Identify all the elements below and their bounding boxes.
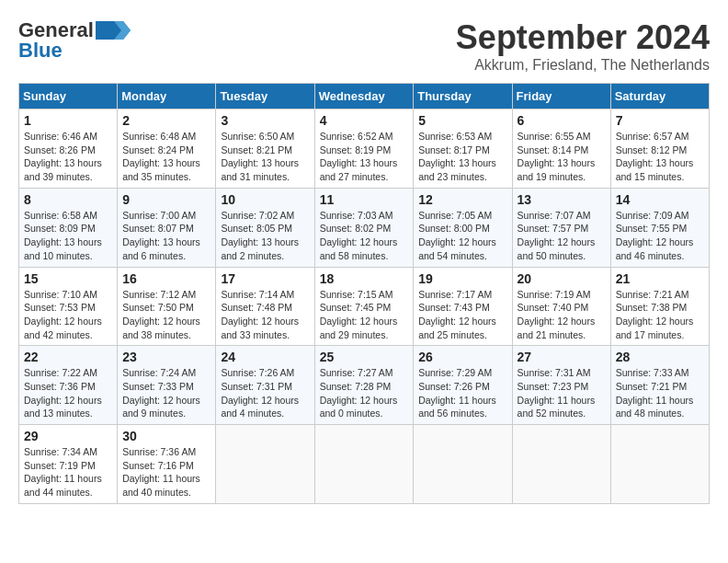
calendar-cell: 18 Sunrise: 7:15 AMSunset: 7:45 PMDaylig… xyxy=(314,267,414,346)
day-number: 21 xyxy=(616,271,704,286)
calendar-cell: 12 Sunrise: 7:05 AMSunset: 8:00 PMDaylig… xyxy=(414,188,512,267)
day-number: 6 xyxy=(518,113,606,128)
day-number: 17 xyxy=(221,271,309,286)
calendar-cell: 26 Sunrise: 7:29 AMSunset: 7:26 PMDaylig… xyxy=(414,346,512,425)
day-info: Sunrise: 6:48 AMSunset: 8:24 PMDaylight:… xyxy=(122,131,200,182)
weekday-header-thursday: Thursday xyxy=(414,84,512,109)
calendar-cell: 23 Sunrise: 7:24 AMSunset: 7:33 PMDaylig… xyxy=(118,346,216,425)
day-number: 1 xyxy=(24,113,112,128)
day-number: 9 xyxy=(122,192,210,207)
calendar-cell xyxy=(512,425,610,504)
day-number: 23 xyxy=(122,350,210,364)
calendar-cell: 15 Sunrise: 7:10 AMSunset: 7:53 PMDaylig… xyxy=(19,267,118,346)
day-info: Sunrise: 7:27 AMSunset: 7:28 PMDaylight:… xyxy=(320,367,398,419)
calendar-cell: 6 Sunrise: 6:55 AMSunset: 8:14 PMDayligh… xyxy=(512,109,610,189)
weekday-header-wednesday: Wednesday xyxy=(314,84,414,109)
day-info: Sunrise: 7:03 AMSunset: 8:02 PMDaylight:… xyxy=(320,210,398,261)
weekday-header-saturday: Saturday xyxy=(610,84,709,109)
day-info: Sunrise: 6:58 AMSunset: 8:09 PMDaylight:… xyxy=(24,210,102,261)
calendar-cell: 1 Sunrise: 6:46 AMSunset: 8:26 PMDayligh… xyxy=(19,109,118,189)
day-number: 19 xyxy=(418,271,506,286)
day-info: Sunrise: 7:12 AMSunset: 7:50 PMDaylight:… xyxy=(122,289,200,340)
weekday-header-monday: Monday xyxy=(118,84,216,109)
calendar-week-row: 15 Sunrise: 7:10 AMSunset: 7:53 PMDaylig… xyxy=(19,267,710,346)
day-info: Sunrise: 7:00 AMSunset: 8:07 PMDaylight:… xyxy=(122,210,200,261)
day-number: 29 xyxy=(24,429,112,443)
day-info: Sunrise: 7:15 AMSunset: 7:45 PMDaylight:… xyxy=(320,289,398,340)
calendar-cell: 25 Sunrise: 7:27 AMSunset: 7:28 PMDaylig… xyxy=(314,346,414,425)
calendar-cell: 30 Sunrise: 7:36 AMSunset: 7:16 PMDaylig… xyxy=(118,425,216,504)
calendar-cell: 13 Sunrise: 7:07 AMSunset: 7:57 PMDaylig… xyxy=(512,188,610,267)
day-info: Sunrise: 7:29 AMSunset: 7:26 PMDaylight:… xyxy=(418,367,496,419)
day-number: 24 xyxy=(221,350,309,364)
weekday-header-friday: Friday xyxy=(512,84,610,109)
day-number: 4 xyxy=(320,113,409,128)
day-number: 22 xyxy=(24,350,112,364)
day-info: Sunrise: 7:36 AMSunset: 7:16 PMDaylight:… xyxy=(122,446,200,498)
location-title: Akkrum, Friesland, The Netherlands xyxy=(456,57,710,74)
day-number: 10 xyxy=(221,192,309,207)
weekday-header-tuesday: Tuesday xyxy=(216,84,314,109)
day-info: Sunrise: 6:57 AMSunset: 8:12 PMDaylight:… xyxy=(616,131,694,182)
day-info: Sunrise: 7:34 AMSunset: 7:19 PMDaylight:… xyxy=(24,446,102,498)
day-info: Sunrise: 7:05 AMSunset: 8:00 PMDaylight:… xyxy=(418,210,496,261)
day-number: 7 xyxy=(616,113,704,128)
day-info: Sunrise: 7:17 AMSunset: 7:43 PMDaylight:… xyxy=(418,289,496,340)
calendar-cell: 28 Sunrise: 7:33 AMSunset: 7:21 PMDaylig… xyxy=(610,346,709,425)
calendar-cell: 10 Sunrise: 7:02 AMSunset: 8:05 PMDaylig… xyxy=(216,188,314,267)
calendar-week-row: 1 Sunrise: 6:46 AMSunset: 8:26 PMDayligh… xyxy=(19,109,710,189)
day-number: 26 xyxy=(418,350,506,364)
day-number: 3 xyxy=(221,113,309,128)
day-info: Sunrise: 7:26 AMSunset: 7:31 PMDaylight:… xyxy=(221,367,299,419)
day-number: 20 xyxy=(518,271,606,286)
calendar-cell: 27 Sunrise: 7:31 AMSunset: 7:23 PMDaylig… xyxy=(512,346,610,425)
day-number: 28 xyxy=(616,350,704,364)
day-number: 2 xyxy=(122,113,210,128)
calendar-cell: 22 Sunrise: 7:22 AMSunset: 7:36 PMDaylig… xyxy=(19,346,118,425)
day-number: 27 xyxy=(518,350,606,364)
logo: General Blue xyxy=(18,18,131,63)
day-number: 11 xyxy=(320,192,409,207)
day-number: 8 xyxy=(24,192,112,207)
day-info: Sunrise: 7:22 AMSunset: 7:36 PMDaylight:… xyxy=(24,367,102,419)
day-number: 5 xyxy=(418,113,506,128)
calendar-cell xyxy=(216,425,314,504)
day-number: 25 xyxy=(320,350,409,364)
day-info: Sunrise: 6:52 AMSunset: 8:19 PMDaylight:… xyxy=(320,131,398,182)
weekday-header-row: SundayMondayTuesdayWednesdayThursdayFrid… xyxy=(19,84,710,109)
calendar-cell: 2 Sunrise: 6:48 AMSunset: 8:24 PMDayligh… xyxy=(118,109,216,189)
calendar-cell: 17 Sunrise: 7:14 AMSunset: 7:48 PMDaylig… xyxy=(216,267,314,346)
day-info: Sunrise: 7:14 AMSunset: 7:48 PMDaylight:… xyxy=(221,289,299,340)
calendar-week-row: 8 Sunrise: 6:58 AMSunset: 8:09 PMDayligh… xyxy=(19,188,710,267)
calendar-cell: 8 Sunrise: 6:58 AMSunset: 8:09 PMDayligh… xyxy=(19,188,118,267)
calendar-cell: 21 Sunrise: 7:21 AMSunset: 7:38 PMDaylig… xyxy=(610,267,709,346)
calendar-cell: 4 Sunrise: 6:52 AMSunset: 8:19 PMDayligh… xyxy=(314,109,414,189)
logo-blue: Blue xyxy=(18,39,63,63)
logo-icon xyxy=(96,21,131,40)
page-header: General Blue September 2024 Akkrum, Frie… xyxy=(18,18,710,74)
calendar-week-row: 29 Sunrise: 7:34 AMSunset: 7:19 PMDaylig… xyxy=(19,425,710,504)
day-info: Sunrise: 6:55 AMSunset: 8:14 PMDaylight:… xyxy=(518,131,596,182)
calendar-cell xyxy=(414,425,512,504)
day-info: Sunrise: 6:46 AMSunset: 8:26 PMDaylight:… xyxy=(24,131,102,182)
month-title: September 2024 xyxy=(456,18,710,57)
calendar-cell: 14 Sunrise: 7:09 AMSunset: 7:55 PMDaylig… xyxy=(610,188,709,267)
calendar-week-row: 22 Sunrise: 7:22 AMSunset: 7:36 PMDaylig… xyxy=(19,346,710,425)
calendar-cell xyxy=(314,425,414,504)
weekday-header-sunday: Sunday xyxy=(19,84,118,109)
calendar-cell: 16 Sunrise: 7:12 AMSunset: 7:50 PMDaylig… xyxy=(118,267,216,346)
day-info: Sunrise: 7:07 AMSunset: 7:57 PMDaylight:… xyxy=(518,210,596,261)
day-info: Sunrise: 7:24 AMSunset: 7:33 PMDaylight:… xyxy=(122,367,200,419)
calendar-cell: 20 Sunrise: 7:19 AMSunset: 7:40 PMDaylig… xyxy=(512,267,610,346)
calendar-cell: 5 Sunrise: 6:53 AMSunset: 8:17 PMDayligh… xyxy=(414,109,512,189)
day-number: 14 xyxy=(616,192,704,207)
day-number: 12 xyxy=(418,192,506,207)
day-info: Sunrise: 7:10 AMSunset: 7:53 PMDaylight:… xyxy=(24,289,102,340)
calendar-cell: 9 Sunrise: 7:00 AMSunset: 8:07 PMDayligh… xyxy=(118,188,216,267)
day-info: Sunrise: 7:19 AMSunset: 7:40 PMDaylight:… xyxy=(518,289,596,340)
calendar-cell: 29 Sunrise: 7:34 AMSunset: 7:19 PMDaylig… xyxy=(19,425,118,504)
day-info: Sunrise: 7:31 AMSunset: 7:23 PMDaylight:… xyxy=(518,367,596,419)
day-info: Sunrise: 7:09 AMSunset: 7:55 PMDaylight:… xyxy=(616,210,694,261)
day-number: 30 xyxy=(122,429,210,443)
calendar-cell: 3 Sunrise: 6:50 AMSunset: 8:21 PMDayligh… xyxy=(216,109,314,189)
